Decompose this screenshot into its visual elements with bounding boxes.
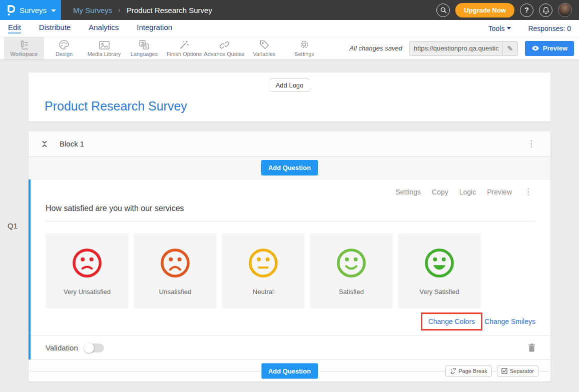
question-menu-button[interactable]: ⋮ — [521, 186, 535, 197]
change-colors-highlight-box: Change Colors — [421, 312, 482, 330]
breadcrumb: My Surveys › Product Research Survey — [73, 6, 212, 14]
change-colors-link[interactable]: Change Colors — [428, 318, 475, 326]
breadcrumb-my-surveys[interactable]: My Surveys — [73, 6, 112, 14]
smiley-option-unsatisfied[interactable]: Unsatisfied — [134, 234, 217, 308]
svg-text:A: A — [145, 44, 147, 49]
question-logic-link[interactable]: Logic — [459, 188, 476, 196]
smiley-face-icon — [247, 246, 280, 280]
trash-icon — [528, 344, 535, 352]
user-avatar[interactable] — [558, 3, 572, 17]
separator-label: Separator — [510, 368, 534, 374]
change-smileys-link[interactable]: Change Smileys — [484, 318, 535, 326]
question-actions: Settings Copy Logic Preview ⋮ — [46, 186, 535, 197]
search-button[interactable] — [436, 4, 450, 17]
toolbar-settings[interactable]: Settings — [284, 37, 324, 60]
smiley-option-label: Very Satisfied — [419, 288, 459, 296]
collapse-block-button[interactable] — [41, 140, 49, 148]
checkbox-icon — [501, 368, 507, 374]
smiley-option-label: Very Unsatisfied — [64, 288, 111, 296]
product-switcher[interactable]: Surveys — [0, 0, 61, 20]
magic-wand-icon — [179, 40, 189, 50]
tools-dropdown[interactable]: Tools — [488, 24, 511, 32]
pencil-icon: ✎ — [507, 44, 513, 52]
add-question-button-top[interactable]: Add Question — [261, 160, 318, 176]
tag-icon — [260, 40, 269, 50]
survey-url-input[interactable] — [410, 42, 502, 56]
question-text[interactable]: How satisfied are you with our services — [46, 204, 535, 222]
add-question-row-top: Add Question — [29, 156, 550, 180]
question-preview-link[interactable]: Preview — [487, 188, 512, 196]
toolbar-variables[interactable]: Variables — [244, 37, 284, 60]
smiley-face-icon — [159, 246, 192, 280]
workspace-canvas: Q1 Add Logo Product Research Survey Bloc… — [0, 72, 579, 392]
gear-icon — [299, 40, 309, 50]
chevron-down-icon — [51, 10, 56, 12]
smiley-option-satisfied[interactable]: Satisfied — [310, 234, 393, 308]
smiley-option-label: Unsatisfied — [159, 288, 191, 296]
advance-quotas-label: Advance Quotas — [204, 51, 244, 57]
delete-question-button[interactable] — [528, 344, 535, 352]
notifications-button[interactable] — [539, 4, 552, 17]
smiley-mouth — [434, 266, 444, 270]
help-button[interactable]: ? — [520, 4, 533, 17]
smiley-mouth — [346, 266, 356, 268]
toolbar-finish-options[interactable]: Finish Options — [164, 37, 204, 60]
tab-edit[interactable]: Edit — [8, 23, 21, 34]
survey-title[interactable]: Product Research Survey — [45, 99, 550, 114]
eye-icon — [531, 46, 539, 51]
question-copy-link[interactable]: Copy — [432, 188, 448, 196]
add-question-button-bottom[interactable]: Add Question — [261, 363, 318, 378]
collapse-icon — [41, 140, 49, 148]
separator-button[interactable]: Separator — [497, 366, 538, 376]
smiley-option-label: Satisfied — [339, 288, 364, 296]
add-logo-button[interactable]: Add Logo — [270, 78, 310, 92]
chain-links-icon — [219, 40, 230, 50]
image-icon — [99, 40, 110, 50]
smiley-option-very-unsatisfied[interactable]: Very Unsatisfied — [46, 234, 129, 308]
languages-label: Languages — [131, 51, 158, 57]
editor-toolbar: Workspace Design Media Library A Languag… — [0, 37, 579, 60]
question-mark-icon: ? — [524, 6, 529, 14]
toolbar-media-library[interactable]: Media Library — [84, 37, 124, 60]
settings-label: Settings — [294, 51, 314, 57]
responses-count[interactable]: Responses: 0 — [528, 24, 571, 32]
survey-header-card: Add Logo Product Research Survey — [29, 72, 550, 122]
smiley-mouth — [170, 267, 180, 270]
block-header: Block 1 ⋮ — [29, 132, 550, 156]
search-icon — [440, 6, 447, 14]
finish-options-label: Finish Options — [167, 51, 202, 57]
question-settings-link[interactable]: Settings — [395, 188, 421, 196]
smiley-face-icon — [71, 246, 104, 280]
save-status: All changes saved — [349, 44, 402, 52]
upgrade-now-button[interactable]: Upgrade Now — [455, 3, 514, 18]
smiley-option-neutral[interactable]: Neutral — [222, 234, 305, 308]
preview-button[interactable]: Preview — [525, 41, 574, 56]
question-index-label: Q1 — [8, 222, 18, 230]
block-footer: Add Question Page Break Separator — [29, 360, 550, 382]
page-break-icon — [450, 368, 456, 374]
block-menu-button[interactable]: ⋮ — [524, 138, 538, 149]
toolbar-workspace[interactable]: Workspace — [4, 37, 44, 60]
page-break-button[interactable]: Page Break — [445, 366, 491, 376]
variables-label: Variables — [253, 51, 275, 57]
smiley-mouth — [83, 267, 92, 268]
translate-icon: A — [139, 40, 149, 50]
tab-analytics[interactable]: Analytics — [89, 23, 119, 34]
toolbar-languages[interactable]: A Languages — [124, 37, 164, 60]
toolbar-design[interactable]: Design — [44, 37, 84, 60]
workspace-label: Workspace — [11, 51, 38, 57]
page-break-label: Page Break — [458, 368, 487, 374]
bell-icon — [542, 6, 549, 14]
validation-toggle[interactable] — [85, 344, 104, 352]
tab-distribute[interactable]: Distribute — [39, 23, 71, 34]
question-card: Settings Copy Logic Preview ⋮ How satisf… — [29, 180, 550, 360]
chevron-down-icon — [507, 27, 511, 30]
tab-integration[interactable]: Integration — [137, 23, 172, 34]
toolbar-advance-quotas[interactable]: Advance Quotas — [204, 37, 244, 60]
smiley-option-very-satisfied[interactable]: Very Satisfied — [398, 234, 481, 308]
edit-url-button[interactable]: ✎ — [502, 42, 517, 56]
block-title[interactable]: Block 1 — [60, 140, 84, 148]
block-card: Block 1 ⋮ Add Question Settings Copy Log… — [29, 132, 550, 382]
smiley-face-icon — [423, 246, 456, 280]
questionpro-logo-icon — [5, 4, 15, 16]
